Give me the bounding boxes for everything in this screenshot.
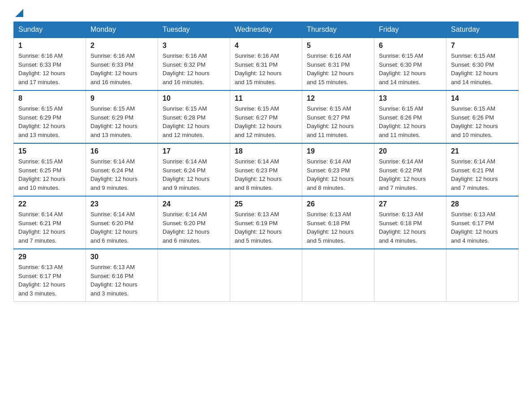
day-cell-11: 11Sunrise: 6:15 AMSunset: 6:27 PMDayligh… — [230, 90, 302, 143]
day-info: Sunrise: 6:15 AMSunset: 6:28 PMDaylight:… — [163, 104, 225, 139]
day-info: Sunrise: 6:15 AMSunset: 6:29 PMDaylight:… — [90, 104, 153, 139]
weekday-header-row: SundayMondayTuesdayWednesdayThursdayFrid… — [14, 22, 519, 38]
day-info: Sunrise: 6:13 AMSunset: 6:17 PMDaylight:… — [18, 263, 81, 298]
day-cell-10: 10Sunrise: 6:15 AMSunset: 6:28 PMDayligh… — [158, 90, 230, 143]
day-number: 6 — [379, 42, 442, 50]
day-info: Sunrise: 6:13 AMSunset: 6:19 PMDaylight:… — [235, 210, 297, 245]
day-cell-14: 14Sunrise: 6:15 AMSunset: 6:26 PMDayligh… — [446, 90, 519, 143]
day-info: Sunrise: 6:14 AMSunset: 6:23 PMDaylight:… — [235, 157, 297, 192]
day-info: Sunrise: 6:15 AMSunset: 6:26 PMDaylight:… — [379, 104, 442, 139]
day-number: 28 — [451, 200, 514, 208]
day-number: 29 — [18, 253, 81, 261]
day-cell-5: 5Sunrise: 6:16 AMSunset: 6:31 PMDaylight… — [302, 38, 374, 90]
day-number: 3 — [163, 42, 225, 50]
day-info: Sunrise: 6:14 AMSunset: 6:21 PMDaylight:… — [18, 210, 81, 245]
day-number: 17 — [163, 147, 225, 155]
week-row-4: 22Sunrise: 6:14 AMSunset: 6:21 PMDayligh… — [14, 196, 519, 249]
svg-marker-0 — [15, 9, 23, 17]
empty-cell — [374, 249, 446, 302]
day-number: 10 — [163, 94, 225, 103]
day-cell-22: 22Sunrise: 6:14 AMSunset: 6:21 PMDayligh… — [14, 196, 86, 249]
day-cell-29: 29Sunrise: 6:13 AMSunset: 6:17 PMDayligh… — [14, 249, 86, 302]
day-cell-26: 26Sunrise: 6:13 AMSunset: 6:18 PMDayligh… — [302, 196, 374, 249]
week-row-1: 1Sunrise: 6:16 AMSunset: 6:33 PMDaylight… — [14, 38, 519, 90]
weekday-header-friday: Friday — [374, 22, 446, 38]
day-number: 13 — [379, 94, 442, 103]
day-info: Sunrise: 6:16 AMSunset: 6:31 PMDaylight:… — [235, 51, 297, 86]
day-number: 11 — [235, 94, 297, 103]
week-row-3: 15Sunrise: 6:15 AMSunset: 6:25 PMDayligh… — [14, 143, 519, 196]
day-cell-24: 24Sunrise: 6:14 AMSunset: 6:20 PMDayligh… — [158, 196, 230, 249]
day-cell-17: 17Sunrise: 6:14 AMSunset: 6:24 PMDayligh… — [158, 143, 230, 196]
day-info: Sunrise: 6:14 AMSunset: 6:20 PMDaylight:… — [90, 210, 153, 245]
day-cell-16: 16Sunrise: 6:14 AMSunset: 6:24 PMDayligh… — [86, 143, 158, 196]
day-number: 22 — [18, 200, 81, 208]
day-cell-13: 13Sunrise: 6:15 AMSunset: 6:26 PMDayligh… — [374, 90, 446, 143]
day-number: 7 — [451, 42, 514, 50]
day-info: Sunrise: 6:14 AMSunset: 6:22 PMDaylight:… — [379, 157, 442, 192]
week-row-2: 8Sunrise: 6:15 AMSunset: 6:29 PMDaylight… — [14, 90, 519, 143]
weekday-header-monday: Monday — [86, 22, 158, 38]
day-info: Sunrise: 6:13 AMSunset: 6:17 PMDaylight:… — [451, 210, 514, 245]
day-number: 19 — [307, 147, 369, 155]
day-cell-6: 6Sunrise: 6:15 AMSunset: 6:30 PMDaylight… — [374, 38, 446, 90]
day-number: 15 — [18, 147, 81, 155]
logo — [13, 9, 24, 17]
day-cell-23: 23Sunrise: 6:14 AMSunset: 6:20 PMDayligh… — [86, 196, 158, 249]
day-number: 25 — [235, 200, 297, 208]
day-number: 24 — [163, 200, 225, 208]
day-cell-28: 28Sunrise: 6:13 AMSunset: 6:17 PMDayligh… — [446, 196, 519, 249]
empty-cell — [158, 249, 230, 302]
day-cell-20: 20Sunrise: 6:14 AMSunset: 6:22 PMDayligh… — [374, 143, 446, 196]
day-cell-9: 9Sunrise: 6:15 AMSunset: 6:29 PMDaylight… — [86, 90, 158, 143]
weekday-header-tuesday: Tuesday — [158, 22, 230, 38]
day-cell-1: 1Sunrise: 6:16 AMSunset: 6:33 PMDaylight… — [14, 38, 86, 90]
weekday-header-thursday: Thursday — [302, 22, 374, 38]
day-cell-2: 2Sunrise: 6:16 AMSunset: 6:33 PMDaylight… — [86, 38, 158, 90]
day-number: 8 — [18, 94, 81, 103]
day-cell-27: 27Sunrise: 6:13 AMSunset: 6:18 PMDayligh… — [374, 196, 446, 249]
day-info: Sunrise: 6:15 AMSunset: 6:25 PMDaylight:… — [18, 157, 81, 192]
day-number: 12 — [307, 94, 369, 103]
day-cell-4: 4Sunrise: 6:16 AMSunset: 6:31 PMDaylight… — [230, 38, 302, 90]
page-header — [13, 9, 519, 17]
day-info: Sunrise: 6:14 AMSunset: 6:23 PMDaylight:… — [307, 157, 369, 192]
day-number: 4 — [235, 42, 297, 50]
day-cell-15: 15Sunrise: 6:15 AMSunset: 6:25 PMDayligh… — [14, 143, 86, 196]
day-info: Sunrise: 6:15 AMSunset: 6:27 PMDaylight:… — [307, 104, 369, 139]
day-number: 9 — [90, 94, 153, 103]
day-number: 5 — [307, 42, 369, 50]
day-info: Sunrise: 6:16 AMSunset: 6:31 PMDaylight:… — [307, 51, 369, 86]
calendar-table: SundayMondayTuesdayWednesdayThursdayFrid… — [13, 21, 519, 302]
day-info: Sunrise: 6:14 AMSunset: 6:24 PMDaylight:… — [90, 157, 153, 192]
day-info: Sunrise: 6:16 AMSunset: 6:32 PMDaylight:… — [163, 51, 225, 86]
weekday-header-wednesday: Wednesday — [230, 22, 302, 38]
weekday-header-sunday: Sunday — [14, 22, 86, 38]
day-number: 16 — [90, 147, 153, 155]
day-number: 18 — [235, 147, 297, 155]
day-number: 27 — [379, 200, 442, 208]
day-info: Sunrise: 6:13 AMSunset: 6:16 PMDaylight:… — [90, 263, 153, 298]
day-number: 21 — [451, 147, 514, 155]
day-info: Sunrise: 6:15 AMSunset: 6:26 PMDaylight:… — [451, 104, 514, 139]
day-number: 26 — [307, 200, 369, 208]
day-info: Sunrise: 6:16 AMSunset: 6:33 PMDaylight:… — [18, 51, 81, 86]
day-number: 23 — [90, 200, 153, 208]
day-info: Sunrise: 6:15 AMSunset: 6:30 PMDaylight:… — [451, 51, 514, 86]
logo-triangle-icon — [15, 9, 23, 17]
weekday-header-saturday: Saturday — [446, 22, 519, 38]
day-info: Sunrise: 6:14 AMSunset: 6:24 PMDaylight:… — [163, 157, 225, 192]
day-cell-18: 18Sunrise: 6:14 AMSunset: 6:23 PMDayligh… — [230, 143, 302, 196]
day-number: 2 — [90, 42, 153, 50]
day-info: Sunrise: 6:15 AMSunset: 6:29 PMDaylight:… — [18, 104, 81, 139]
day-info: Sunrise: 6:13 AMSunset: 6:18 PMDaylight:… — [307, 210, 369, 245]
day-cell-12: 12Sunrise: 6:15 AMSunset: 6:27 PMDayligh… — [302, 90, 374, 143]
day-info: Sunrise: 6:13 AMSunset: 6:18 PMDaylight:… — [379, 210, 442, 245]
empty-cell — [302, 249, 374, 302]
day-cell-21: 21Sunrise: 6:14 AMSunset: 6:21 PMDayligh… — [446, 143, 519, 196]
day-info: Sunrise: 6:16 AMSunset: 6:33 PMDaylight:… — [90, 51, 153, 86]
day-cell-8: 8Sunrise: 6:15 AMSunset: 6:29 PMDaylight… — [14, 90, 86, 143]
day-cell-19: 19Sunrise: 6:14 AMSunset: 6:23 PMDayligh… — [302, 143, 374, 196]
day-number: 14 — [451, 94, 514, 103]
day-cell-3: 3Sunrise: 6:16 AMSunset: 6:32 PMDaylight… — [158, 38, 230, 90]
